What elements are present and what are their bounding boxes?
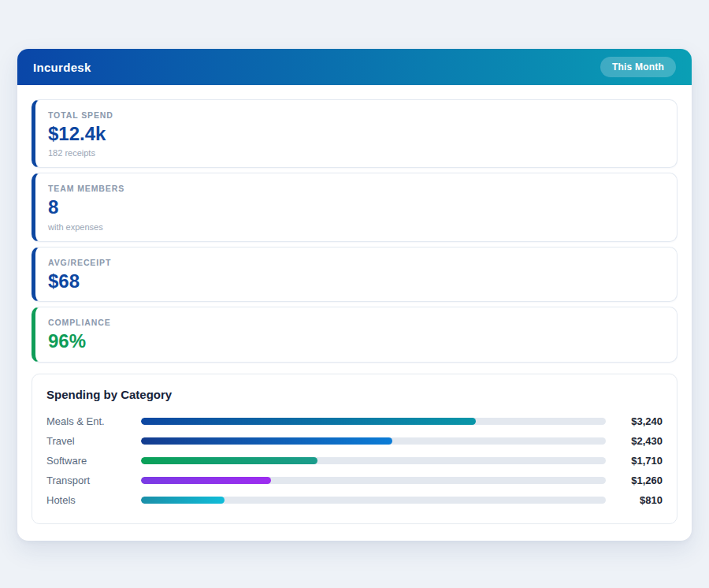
stat-value: $68 bbox=[48, 271, 664, 292]
dashboard-body: TOTAL SPEND $12.4k 182 receipts TEAM MEM… bbox=[17, 85, 692, 538]
spending-by-category-panel: Spending by Category Meals & Ent. $3,240… bbox=[32, 374, 677, 524]
stat-value: $12.4k bbox=[48, 124, 664, 144]
stat-card-team-members: TEAM MEMBERS 8 with expenses bbox=[32, 173, 677, 241]
category-value: $2,430 bbox=[614, 435, 663, 447]
stat-value: 96% bbox=[48, 331, 664, 352]
bar-track bbox=[141, 477, 606, 484]
category-value: $1,260 bbox=[614, 474, 663, 486]
app-header: Incurdesk This Month bbox=[17, 49, 692, 85]
category-value: $1,710 bbox=[614, 455, 663, 467]
category-value: $3,240 bbox=[614, 415, 663, 427]
stat-value: 8 bbox=[48, 197, 664, 218]
category-row-travel: Travel $2,430 bbox=[46, 431, 663, 451]
bar-track bbox=[141, 497, 606, 504]
category-row-meals: Meals & Ent. $3,240 bbox=[46, 411, 663, 431]
category-label: Meals & Ent. bbox=[46, 415, 141, 427]
period-badge[interactable]: This Month bbox=[600, 57, 676, 77]
category-row-transport: Transport $1,260 bbox=[46, 471, 663, 490]
app-title: Incurdesk bbox=[33, 61, 91, 74]
stat-subtext: with expenses bbox=[48, 222, 664, 232]
stat-label: AVG/RECEIPT bbox=[48, 258, 664, 267]
category-row-software: Software $1,710 bbox=[46, 451, 663, 471]
category-row-hotels: Hotels $810 bbox=[46, 490, 663, 510]
bar-fill bbox=[141, 437, 392, 445]
bar-fill bbox=[141, 418, 476, 425]
bar-fill bbox=[141, 477, 271, 484]
bar-fill bbox=[141, 457, 317, 464]
stat-card-total-spend: TOTAL SPEND $12.4k 182 receipts bbox=[32, 99, 677, 168]
stat-label: TEAM MEMBERS bbox=[48, 184, 664, 193]
panel-title: Spending by Category bbox=[46, 388, 663, 401]
category-label: Travel bbox=[46, 435, 141, 447]
bar-track bbox=[141, 457, 606, 464]
stat-label: TOTAL SPEND bbox=[48, 110, 664, 120]
bar-track bbox=[141, 437, 606, 445]
category-label: Hotels bbox=[46, 494, 141, 506]
stat-label: COMPLIANCE bbox=[48, 318, 664, 327]
category-label: Software bbox=[46, 455, 141, 467]
stat-card-compliance: COMPLIANCE 96% bbox=[32, 307, 677, 362]
stat-subtext: 182 receipts bbox=[48, 148, 664, 158]
category-value: $810 bbox=[614, 494, 663, 506]
dashboard-card: Incurdesk This Month TOTAL SPEND $12.4k … bbox=[17, 49, 692, 541]
stat-card-avg-receipt: AVG/RECEIPT $68 bbox=[32, 247, 677, 302]
bar-track bbox=[141, 418, 606, 425]
bar-fill bbox=[141, 497, 225, 504]
category-label: Transport bbox=[46, 474, 141, 486]
